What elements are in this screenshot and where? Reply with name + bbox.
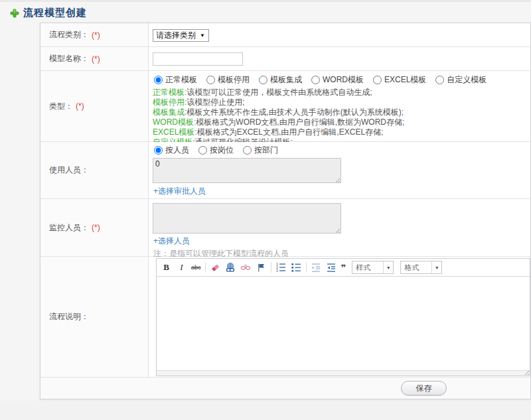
- monitors-label-cell: 监控人员： (*): [40, 199, 149, 256]
- users-textarea-wrap: 0: [153, 158, 341, 185]
- type-description: 正常模板:该模型可以正常使用，模板文件由系统格式自动生成;: [153, 88, 530, 98]
- format-dropdown-value: 格式: [401, 263, 431, 273]
- desc-text: 该模型停止使用;: [187, 98, 244, 107]
- type-radio-normal[interactable]: [154, 76, 163, 84]
- link-icon[interactable]: [225, 262, 236, 273]
- select-people-link[interactable]: +选择人员: [153, 236, 530, 247]
- anchor-flag-icon[interactable]: [256, 262, 267, 273]
- toolbar-separator: [306, 262, 307, 273]
- users-textarea[interactable]: 0: [153, 158, 341, 183]
- type-radio-word[interactable]: [311, 76, 320, 84]
- users-radio-person[interactable]: [154, 146, 163, 155]
- rich-text-editor: B I abc: [156, 258, 530, 376]
- description-label-cell: 流程说明：: [40, 257, 149, 377]
- category-select[interactable]: 请选择类别 ▼: [153, 29, 209, 42]
- type-option-label: EXCEL模板: [384, 74, 426, 86]
- select-approvers-link[interactable]: +选择审批人员: [153, 186, 530, 197]
- type-description: EXCEL模板:模板格式为EXCEL文档,由用户自行编辑,EXCEL存储;: [153, 127, 530, 137]
- row-save: 保存: [40, 378, 530, 399]
- monitors-textarea-wrap: [153, 203, 341, 236]
- italic-icon[interactable]: I: [176, 262, 187, 273]
- row-category: 流程类别： (*) 请选择类别 ▼: [40, 23, 530, 47]
- model-name-content-cell: [149, 47, 530, 70]
- required-mark: (*): [76, 102, 84, 111]
- type-option-custom[interactable]: 自定义模板: [435, 74, 487, 86]
- bullet-list-icon[interactable]: [291, 262, 302, 273]
- unlink-icon[interactable]: [240, 262, 252, 273]
- desc-term: 模板停用:: [153, 98, 187, 107]
- type-radio-disabled[interactable]: [206, 76, 215, 84]
- type-radio-integrated[interactable]: [259, 76, 267, 84]
- users-option-post[interactable]: 按岗位: [198, 145, 234, 156]
- outdent-icon[interactable]: [311, 262, 322, 273]
- users-option-label: 按人员: [165, 145, 189, 156]
- required-mark: (*): [92, 54, 100, 64]
- blockquote-icon[interactable]: ❞: [341, 262, 346, 273]
- desc-text: 模板文件系统不作生成,由技术人员手动制作(默认为系统模板);: [187, 107, 404, 117]
- bold-icon[interactable]: B: [161, 262, 172, 273]
- users-option-label: 按岗位: [210, 145, 234, 156]
- desc-term: 模板集成:: [153, 107, 187, 117]
- type-option-label: 模板停用: [218, 74, 250, 86]
- type-option-integrated[interactable]: 模板集成: [259, 74, 302, 86]
- type-option-excel[interactable]: EXCEL模板: [373, 74, 426, 86]
- desc-term: EXCEL模板:: [153, 127, 197, 137]
- users-option-department[interactable]: 按部门: [243, 145, 278, 156]
- users-radio-post[interactable]: [198, 146, 207, 155]
- model-name-label-cell: 模型名称： (*): [40, 47, 149, 70]
- chevron-down-icon: ▼: [383, 261, 393, 273]
- category-label-cell: 流程类别： (*): [40, 23, 149, 46]
- row-type: 类型： (*) 正常模板 模板停用 模板集成 WORD模板: [40, 71, 530, 142]
- desc-text: 模板格式为WORD文档,由用户自行编辑,数据为WORD存储;: [196, 117, 404, 127]
- style-dropdown-value: 样式: [352, 263, 383, 273]
- category-select-value: 请选择类别: [156, 30, 196, 41]
- page-background-lower: [0, 401, 531, 420]
- users-option-person[interactable]: 按人员: [154, 145, 189, 156]
- users-content-cell: 按人员 按岗位 按部门 0 +选择审批人员 注：是指允许使用此模型的人员，留空为…: [149, 142, 530, 198]
- category-label: 流程类别：: [49, 29, 89, 40]
- type-label-cell: 类型： (*): [40, 71, 149, 141]
- type-radio-group: 正常模板 模板停用 模板集成 WORD模板 EXCEL模板: [149, 71, 530, 86]
- format-dropdown[interactable]: 格式 ▼: [400, 261, 442, 274]
- save-button[interactable]: 保存: [401, 381, 447, 395]
- top-strip: [0, 0, 531, 2]
- type-description: 模板集成:模板文件系统不作生成,由技术人员手动制作(默认为系统模板);: [153, 107, 530, 117]
- editor-resize-grip-icon[interactable]: [524, 370, 529, 375]
- monitors-textarea[interactable]: [153, 203, 341, 234]
- chevron-down-icon: ▼: [431, 261, 441, 273]
- required-mark: (*): [92, 31, 100, 40]
- type-description: WORD模板:模板格式为WORD文档,由用户自行编辑,数据为WORD存储;: [153, 117, 530, 127]
- desc-term: 正常模板:: [153, 88, 187, 97]
- remove-format-icon[interactable]: [210, 262, 221, 273]
- plus-icon: [10, 9, 19, 18]
- type-radio-custom[interactable]: [435, 76, 444, 84]
- required-mark: (*): [92, 223, 100, 232]
- users-radio-department[interactable]: [243, 146, 252, 155]
- toolbar-separator: [271, 262, 271, 273]
- users-label: 使用人员：: [49, 165, 89, 176]
- numbered-list-icon[interactable]: 1 2 3: [275, 262, 287, 273]
- indent-icon[interactable]: [326, 262, 337, 273]
- users-radio-group: 按人员 按岗位 按部门: [149, 142, 530, 156]
- model-name-label: 模型名称：: [49, 53, 89, 64]
- description-content-cell: B I abc: [149, 257, 530, 377]
- users-option-label: 按部门: [254, 145, 278, 156]
- toolbar-separator: [205, 262, 206, 273]
- strikethrough-icon[interactable]: abc: [191, 262, 201, 273]
- type-option-disabled[interactable]: 模板停用: [206, 74, 250, 86]
- type-option-label: 自定义模板: [447, 74, 487, 86]
- type-option-normal[interactable]: 正常模板: [154, 74, 197, 86]
- type-option-label: WORD模板: [323, 74, 364, 86]
- type-radio-excel[interactable]: [373, 76, 382, 84]
- row-monitors: 监控人员： (*) +选择人员 注：是指可以管理此下模型流程的人员: [40, 199, 530, 257]
- type-option-label: 模板集成: [270, 74, 302, 86]
- editor-toolbar: B I abc: [157, 259, 530, 277]
- monitors-content-cell: +选择人员 注：是指可以管理此下模型流程的人员: [149, 199, 530, 256]
- svg-text:3: 3: [276, 269, 278, 273]
- model-name-input[interactable]: [153, 52, 243, 66]
- row-users: 使用人员： 按人员 按岗位 按部门 0 +选: [40, 142, 530, 199]
- editor-content-area[interactable]: [157, 277, 530, 370]
- style-dropdown[interactable]: 样式 ▼: [352, 261, 394, 274]
- type-option-word[interactable]: WORD模板: [311, 74, 364, 86]
- row-model-name: 模型名称： (*): [40, 47, 530, 71]
